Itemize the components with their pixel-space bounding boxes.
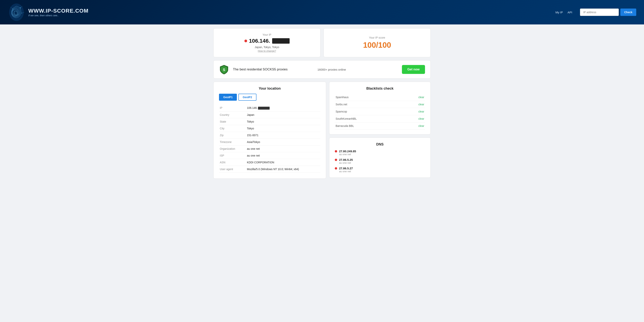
blacklist-entries: SpamhausclearSorbs.netclearSpamcopclearS… [335,94,425,130]
blacklist-row: Sorbs.netclear [335,101,425,108]
site-subtitle: If we see, then others see.. [28,14,88,17]
site-title: WWW.IP-SCORE.COM [28,8,88,14]
field-value: au one net [246,145,320,152]
dns-entry: 27.86.5.27 au one net [335,167,425,173]
field-label: Zip [219,132,246,138]
blacklists-title: Blacklists check [335,86,425,90]
field-value: Asia/Tokyo [246,138,320,145]
location-row: ISPau one net [219,152,320,159]
blacklist-name: Sorbs.net [336,103,347,106]
proxy-banner: S The best residential SOCKS5 proxies 16… [213,60,431,78]
geoip1-tab[interactable]: GeoIP1 [219,94,237,101]
blacklist-row: Spamcopclear [335,108,425,115]
location-info-table: IP106.146.CountryJapanStateTokyoCityToky… [219,104,320,173]
your-ip-card: Your IP 106.146. Japan, Tokyo, Tokyo How… [213,28,320,57]
dns-ip: 27.86.5.27 [339,167,353,170]
field-value: Japan [246,111,320,118]
location-row: Zip151-0071 [219,132,320,138]
dns-card: DNS 27.80.249.85 au one net 27.86.5.25 a… [329,138,431,178]
dns-entry: 27.86.5.25 au one net [335,158,425,164]
field-value: Tokyo [246,118,320,125]
ip-masked [272,38,290,44]
dns-isp: au one net [339,170,353,173]
location-row: ASNKDDI CORPORATION [219,159,320,166]
blacklists-card: Blacklists check SpamhausclearSorbs.netc… [329,82,431,134]
field-label: State [219,118,246,125]
proxy-count: 16000+ proxies online [317,68,398,71]
field-value: 106.146. [246,104,320,111]
dns-info: 27.86.5.25 au one net [339,158,353,164]
svg-text:S: S [223,68,225,72]
site-header: WWW.IP-SCORE.COM If we see, then others … [0,0,644,24]
blacklist-row: Barracuda BBLclear [335,122,425,130]
dns-entries: 27.80.249.85 au one net 27.86.5.25 au on… [335,150,425,173]
location-row: User agentMozilla/5.0 (Windows NT 10.0; … [219,166,320,172]
dns-info: 27.80.249.85 au one net [339,150,356,156]
geoip2-tab[interactable]: GeoIP2 [238,94,256,101]
ip-search-form: Check [580,8,636,16]
proxy-text: The best residential SOCKS5 proxies [233,68,314,72]
nav-api[interactable]: API [568,11,572,14]
geo-tabs: GeoIP1 GeoIP2 [219,94,320,101]
blacklist-name: Barracuda BBL [336,124,354,128]
blacklist-row: Spamhausclear [335,94,425,101]
location-row: IP106.146. [219,104,320,111]
clear-badge[interactable]: clear [418,117,424,120]
field-value: au one net [246,152,320,159]
your-ip-label: Your IP [262,33,271,36]
site-title-block: WWW.IP-SCORE.COM If we see, then others … [28,8,88,17]
field-label: ISP [219,152,246,159]
blacklist-row: SouthKoreanNBLclear [335,115,425,122]
location-row: Organizationau one net [219,145,320,152]
dns-title: DNS [335,142,425,146]
field-label: City [219,125,246,132]
dns-dot [335,167,337,170]
check-button[interactable]: Check [620,8,636,16]
header-right: My IP API Check [555,8,636,16]
field-label: Organization [219,145,246,152]
location-card: Your location GeoIP1 GeoIP2 IP106.146.Co… [213,82,326,179]
field-label: Country [219,111,246,118]
score-label: Your IP score [369,36,385,39]
main-content: Your IP 106.146. Japan, Tokyo, Tokyo How… [210,24,434,182]
location-row: CountryJapan [219,111,320,118]
nav-my-ip[interactable]: My IP [555,11,563,14]
field-label: Timezone [219,138,246,145]
top-cards-row: Your IP 106.146. Japan, Tokyo, Tokyo How… [213,28,431,57]
clear-badge[interactable]: clear [418,96,424,99]
fingerprint-logo [8,4,25,21]
clear-badge[interactable]: clear [418,103,424,106]
field-label: ASN [219,159,246,166]
field-value: Mozilla/5.0 (Windows NT 10.0; Win64; x64… [246,166,320,172]
clear-badge[interactable]: clear [418,124,424,128]
bottom-cards-row: Your location GeoIP1 GeoIP2 IP106.146.Co… [213,82,431,179]
ip-prefix: 106.146. [249,38,270,44]
location-row: TimezoneAsia/Tokyo [219,138,320,145]
field-value: KDDI CORPORATION [246,159,320,166]
ip-display: 106.146. [244,38,290,44]
blacklist-name: SouthKoreanNBL [336,117,357,120]
shield-icon: S [219,64,229,74]
clear-badge[interactable]: clear [418,110,424,113]
score-value: 100/100 [363,41,391,50]
location-row: CityTokyo [219,125,320,132]
header-left: WWW.IP-SCORE.COM If we see, then others … [8,4,88,21]
dns-isp: au one net [339,153,356,156]
blacklist-name: Spamhaus [336,96,348,99]
ip-address-input[interactable] [580,8,619,16]
get-now-button[interactable]: Get now [402,65,425,74]
dns-entry: 27.80.249.85 au one net [335,150,425,156]
field-label: User agent [219,166,246,172]
field-label: IP [219,104,246,111]
location-row: StateTokyo [219,118,320,125]
how-to-change-link[interactable]: How to change? [258,50,276,52]
dns-ip: 27.80.249.85 [339,150,356,153]
dns-isp: au one net [339,162,353,164]
field-value: 151-0071 [246,132,320,138]
dns-dot [335,150,337,152]
dns-ip: 27.86.5.25 [339,158,353,162]
ip-location: Japan, Tokyo, Tokyo [255,46,279,49]
your-score-card: Your IP score 100/100 [324,28,431,57]
blacklist-name: Spamcop [336,110,347,113]
ip-status-dot [244,40,247,42]
